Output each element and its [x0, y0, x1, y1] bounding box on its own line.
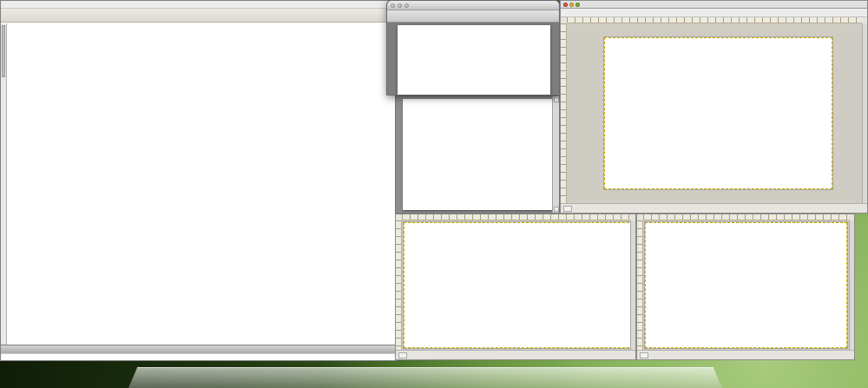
if-plot-canvas-right: [646, 223, 848, 349]
gimp-scrollbar[interactable]: [630, 220, 635, 350]
gimp-if-window-center: [395, 214, 636, 360]
gimp-scrollbar[interactable]: [862, 23, 867, 203]
emacs-code-area[interactable]: [7, 23, 397, 345]
minimize-icon[interactable]: [398, 3, 402, 8]
zoom-icon[interactable]: [404, 3, 409, 8]
ruler-vertical: [637, 220, 643, 350]
emacs-scrollbar[interactable]: [1, 23, 7, 345]
gimp-amp-window: [560, 0, 868, 214]
pdf-page: [398, 25, 550, 95]
ruler-vertical: [561, 23, 567, 203]
ruler-horizontal: [402, 214, 630, 220]
dock-shelf: [128, 367, 722, 388]
gimp-canvas[interactable]: [567, 23, 862, 203]
emacs-modeline: [1, 345, 397, 353]
gimp-statusbar: [396, 350, 635, 359]
gimp-scrollbar[interactable]: [849, 220, 854, 350]
gimp-statusbar: [637, 350, 854, 359]
window-controls[interactable]: [391, 3, 409, 8]
emacs-echo-area: [1, 353, 397, 360]
amp-plot-canvas: [605, 38, 833, 190]
signal-scrollbar[interactable]: [552, 96, 559, 213]
close-icon[interactable]: [563, 3, 568, 7]
gimp-titlebar[interactable]: [561, 1, 867, 9]
signal-plot-canvas: [403, 99, 550, 207]
preview-window: [386, 0, 560, 95]
signal-page: [403, 99, 552, 210]
close-icon[interactable]: [391, 3, 395, 8]
ruler-vertical: [396, 220, 402, 350]
ruler-horizontal: [567, 17, 862, 23]
signal-plot-window: [395, 95, 560, 214]
gimp-canvas[interactable]: [402, 220, 630, 350]
minimize-icon[interactable]: [569, 3, 574, 7]
pdf-plot-canvas: [398, 25, 545, 93]
emacs-window: [0, 0, 398, 361]
preview-toolbar: [387, 10, 559, 23]
gimp-statusbar: [561, 203, 867, 213]
emacs-menubar: [1, 1, 397, 9]
dock: [128, 365, 722, 388]
gimp-menubar: [561, 9, 867, 17]
ruler-horizontal: [643, 214, 849, 220]
emacs-toolbar: [1, 9, 397, 23]
zoom-icon[interactable]: [575, 3, 580, 7]
preview-content[interactable]: [387, 23, 559, 95]
if-plot-canvas-center: [404, 223, 630, 349]
preview-titlebar[interactable]: [387, 1, 559, 10]
gimp-if-window-right: [636, 214, 855, 360]
gimp-canvas[interactable]: [643, 220, 849, 350]
